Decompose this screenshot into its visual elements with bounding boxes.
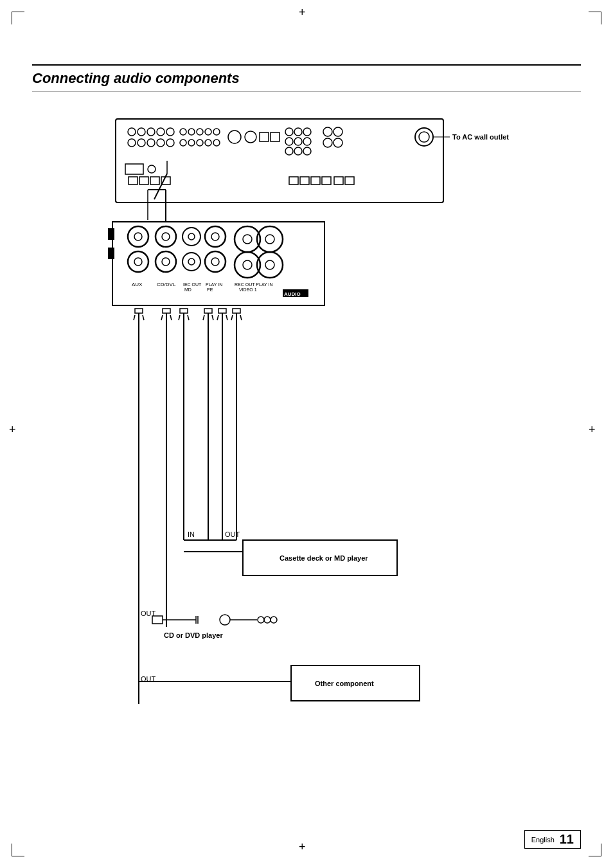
corner-mark-bl bbox=[12, 844, 24, 856]
svg-text:IN: IN bbox=[188, 530, 195, 538]
svg-point-33 bbox=[303, 147, 311, 155]
svg-point-64 bbox=[188, 233, 195, 240]
svg-line-108 bbox=[170, 315, 172, 320]
svg-point-10 bbox=[213, 129, 220, 135]
svg-text:Casette deck or MD player: Casette deck or MD player bbox=[280, 554, 368, 562]
svg-point-9 bbox=[205, 129, 211, 135]
svg-point-68 bbox=[134, 258, 142, 266]
svg-point-27 bbox=[303, 128, 311, 136]
svg-point-13 bbox=[147, 139, 155, 147]
svg-line-110 bbox=[188, 315, 189, 320]
svg-text:To AC wall outlet: To AC wall outlet bbox=[452, 133, 509, 141]
svg-rect-91 bbox=[283, 289, 308, 297]
svg-point-52 bbox=[415, 128, 433, 146]
svg-rect-93 bbox=[135, 309, 143, 313]
svg-point-16 bbox=[180, 140, 186, 146]
svg-point-69 bbox=[155, 251, 176, 272]
svg-point-2 bbox=[138, 128, 145, 136]
svg-text:AUDIO: AUDIO bbox=[284, 291, 301, 297]
svg-point-19 bbox=[205, 140, 211, 146]
svg-point-17 bbox=[188, 140, 195, 146]
svg-point-67 bbox=[128, 251, 148, 272]
svg-point-66 bbox=[211, 233, 219, 240]
svg-point-77 bbox=[257, 226, 283, 252]
svg-point-36 bbox=[323, 138, 332, 147]
svg-line-114 bbox=[226, 315, 227, 320]
svg-point-41 bbox=[148, 165, 155, 173]
crosshair-bottom bbox=[301, 846, 312, 856]
svg-line-106 bbox=[143, 315, 144, 320]
svg-point-35 bbox=[333, 127, 342, 136]
svg-point-34 bbox=[323, 127, 332, 136]
title-rule-bottom bbox=[32, 91, 581, 92]
svg-rect-101 bbox=[218, 309, 226, 313]
svg-line-115 bbox=[231, 315, 233, 320]
svg-point-76 bbox=[243, 235, 252, 244]
svg-rect-58 bbox=[108, 248, 114, 259]
svg-text:MD: MD bbox=[184, 287, 191, 292]
svg-rect-56 bbox=[112, 222, 324, 305]
svg-text:PE: PE bbox=[207, 287, 213, 292]
svg-rect-131 bbox=[152, 616, 163, 624]
svg-point-70 bbox=[162, 258, 170, 266]
footer: English 11 bbox=[524, 830, 581, 849]
svg-point-62 bbox=[162, 233, 170, 240]
svg-rect-40 bbox=[125, 164, 143, 174]
svg-point-29 bbox=[294, 138, 302, 145]
svg-point-137 bbox=[258, 617, 264, 623]
crosshair-left bbox=[12, 429, 22, 439]
svg-point-63 bbox=[182, 228, 200, 246]
svg-text:CD or DVD player: CD or DVD player bbox=[164, 631, 223, 639]
svg-point-25 bbox=[285, 128, 293, 136]
svg-text:Other component: Other component bbox=[315, 680, 374, 687]
svg-text:CD/DVL: CD/DVL bbox=[157, 282, 176, 287]
svg-text:OUT: OUT bbox=[141, 610, 156, 617]
svg-point-65 bbox=[205, 226, 226, 247]
svg-point-138 bbox=[264, 617, 271, 623]
svg-line-116 bbox=[240, 315, 242, 320]
svg-point-7 bbox=[188, 129, 195, 135]
svg-point-6 bbox=[180, 129, 186, 135]
svg-rect-57 bbox=[108, 228, 114, 240]
svg-line-113 bbox=[217, 315, 218, 320]
svg-point-31 bbox=[285, 147, 293, 155]
svg-rect-48 bbox=[311, 177, 320, 185]
svg-rect-97 bbox=[180, 309, 188, 313]
svg-line-111 bbox=[203, 315, 204, 320]
svg-point-30 bbox=[303, 138, 311, 145]
svg-rect-99 bbox=[204, 309, 212, 313]
page-title: Connecting audio components bbox=[32, 68, 581, 89]
svg-rect-143 bbox=[291, 665, 420, 701]
svg-point-82 bbox=[265, 260, 274, 269]
crosshair-right bbox=[591, 429, 601, 439]
svg-rect-95 bbox=[163, 309, 170, 313]
svg-text:OUT: OUT bbox=[141, 675, 156, 683]
footer-page-box: English 11 bbox=[524, 830, 581, 849]
svg-rect-44 bbox=[150, 177, 159, 185]
svg-point-21 bbox=[228, 131, 241, 143]
svg-point-32 bbox=[294, 147, 302, 155]
svg-point-135 bbox=[220, 615, 230, 625]
svg-line-112 bbox=[212, 315, 213, 320]
svg-rect-0 bbox=[116, 119, 443, 203]
title-rule-top bbox=[32, 64, 581, 66]
svg-point-22 bbox=[245, 131, 256, 143]
svg-point-3 bbox=[147, 128, 155, 136]
svg-line-109 bbox=[179, 315, 180, 320]
svg-point-72 bbox=[188, 258, 195, 265]
svg-line-105 bbox=[134, 315, 135, 320]
svg-rect-43 bbox=[139, 177, 148, 185]
svg-point-60 bbox=[134, 233, 142, 240]
svg-line-39 bbox=[154, 174, 167, 199]
svg-rect-50 bbox=[334, 177, 343, 185]
svg-text:OUT: OUT bbox=[225, 530, 240, 538]
svg-point-12 bbox=[138, 139, 145, 147]
svg-line-107 bbox=[161, 315, 163, 320]
svg-point-78 bbox=[265, 235, 274, 244]
svg-text:IEC OUT: IEC OUT bbox=[183, 282, 202, 287]
svg-point-8 bbox=[197, 129, 203, 135]
svg-point-59 bbox=[128, 226, 148, 247]
svg-text:REC OUT  PLAY IN: REC OUT PLAY IN bbox=[235, 282, 273, 287]
svg-rect-45 bbox=[161, 177, 170, 185]
svg-point-79 bbox=[235, 252, 260, 278]
